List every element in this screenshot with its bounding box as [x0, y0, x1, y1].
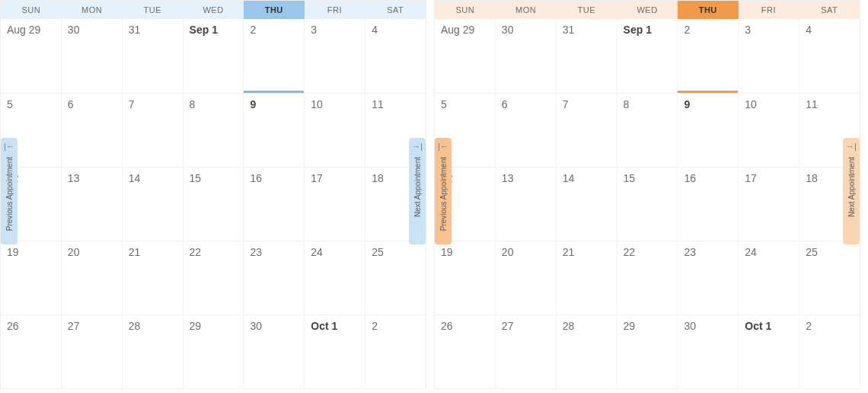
calendar-day[interactable]: 14 — [123, 168, 183, 241]
day-label: 27 — [502, 320, 514, 332]
calendar-day[interactable]: 2 — [799, 315, 860, 388]
calendar-day[interactable]: 27 — [62, 315, 123, 388]
day-label: 30 — [684, 320, 696, 332]
calendar-day[interactable]: 16 — [244, 168, 305, 241]
calendar-day[interactable]: 23 — [678, 241, 739, 315]
day-label: 27 — [68, 320, 80, 332]
calendar-day[interactable]: Sep 1 — [617, 19, 678, 93]
calendar-day[interactable]: 6 — [62, 94, 123, 167]
day-label: Sep 1 — [190, 24, 218, 36]
previous-appointment-button[interactable]: |← Previous Appointment — [435, 138, 452, 244]
calendar-day[interactable]: 31 — [123, 19, 183, 93]
day-label: 14 — [129, 172, 141, 184]
day-label: 22 — [624, 246, 636, 258]
calendar-day[interactable]: 3 — [305, 19, 365, 93]
calendar-day[interactable]: 25 — [365, 241, 426, 315]
calendar-day[interactable]: 24 — [739, 241, 799, 315]
calendar-day[interactable]: 8 — [617, 94, 678, 167]
calendar-day-today[interactable]: 2 — [244, 19, 305, 93]
calendar-day[interactable]: 13 — [496, 168, 557, 241]
day-label: 26 — [7, 320, 19, 332]
calendar-day[interactable]: 9 — [244, 94, 305, 167]
calendar-day[interactable]: 20 — [496, 241, 557, 315]
calendar-day[interactable]: 22 — [617, 241, 678, 315]
calendar-day[interactable]: 26 — [435, 315, 496, 388]
day-label: 19 — [7, 246, 19, 258]
calendar-day[interactable]: Oct 1 — [305, 315, 365, 388]
calendar-day[interactable]: 14 — [557, 168, 617, 241]
day-label: 31 — [129, 24, 141, 36]
calendar-grid: Aug 29 30 31 Sep 1 2 3 4 5 6 7 8 9 10 11… — [435, 19, 860, 388]
weekday-sat: SAT — [799, 1, 860, 19]
calendar-day[interactable]: 19 — [435, 241, 496, 315]
calendar-day[interactable]: 4 — [799, 19, 860, 93]
day-label: 20 — [68, 246, 80, 258]
day-label: 30 — [250, 320, 262, 332]
calendar-day[interactable]: 21 — [557, 241, 617, 315]
day-label: 2 — [806, 320, 812, 332]
calendar-day[interactable]: Oct 1 — [739, 315, 799, 388]
calendar-day[interactable]: 15 — [183, 168, 244, 241]
calendar-day[interactable]: Aug 29 — [435, 19, 496, 93]
calendar-day[interactable]: 25 — [799, 241, 860, 315]
calendar-day[interactable]: 6 — [496, 94, 557, 167]
day-label: 23 — [250, 246, 262, 258]
calendar-day[interactable]: 9 — [678, 94, 739, 167]
calendar-day[interactable]: 30 — [62, 19, 123, 93]
calendar-day[interactable]: 30 — [244, 315, 305, 388]
calendar-day-today[interactable]: 2 — [678, 19, 739, 93]
calendar-day[interactable]: 2 — [365, 315, 426, 388]
day-label: Sep 1 — [624, 24, 652, 36]
day-label: 5 — [441, 98, 447, 110]
calendar-day[interactable]: 29 — [183, 315, 244, 388]
calendar-day[interactable]: 30 — [496, 19, 557, 93]
day-label: 14 — [563, 172, 575, 184]
day-label: Oct 1 — [311, 320, 337, 332]
calendar-day[interactable]: 21 — [123, 241, 183, 315]
calendar-day[interactable]: 30 — [678, 315, 739, 388]
calendar-day[interactable]: 20 — [62, 241, 123, 315]
arrow-right-icon: →| — [412, 142, 423, 151]
weekday-tue: TUE — [122, 1, 183, 19]
day-label: 28 — [563, 320, 575, 332]
calendar-day[interactable]: 19 — [1, 241, 62, 315]
day-label: 11 — [372, 98, 384, 110]
calendar-day[interactable]: 24 — [305, 241, 365, 315]
calendar-day[interactable]: 7 — [557, 94, 617, 167]
calendar-day[interactable]: 17 — [739, 168, 799, 241]
calendar-day[interactable]: Aug 29 — [1, 19, 62, 93]
calendar-day[interactable]: 4 — [365, 19, 426, 93]
calendar-day[interactable]: Sep 1 — [183, 19, 244, 93]
calendar-day[interactable]: 28 — [123, 315, 183, 388]
next-appointment-button[interactable]: →| Next Appointment — [409, 138, 426, 244]
calendar-day[interactable]: 22 — [183, 241, 244, 315]
calendar-week: 5 6 7 8 9 10 11 — [1, 93, 426, 167]
calendar-week: 5 6 7 8 9 10 11 — [435, 93, 860, 167]
calendar-day[interactable]: 28 — [557, 315, 617, 388]
calendar-day[interactable]: 17 — [305, 168, 365, 241]
calendar-orange: SUN MON TUE WED THU FRI SAT Aug 29 30 31… — [434, 0, 860, 389]
calendar-day[interactable]: 26 — [1, 315, 62, 388]
previous-appointment-button[interactable]: |← Previous Appointment — [1, 138, 18, 244]
calendar-day[interactable]: 8 — [183, 94, 244, 167]
calendar-day[interactable]: 23 — [244, 241, 305, 315]
today-marker — [678, 91, 738, 93]
weekday-wed: WED — [617, 1, 678, 19]
day-label: 10 — [745, 98, 757, 110]
calendar-day[interactable]: 3 — [739, 19, 799, 93]
calendar-day[interactable]: 27 — [496, 315, 557, 388]
day-label: 11 — [806, 98, 818, 110]
calendar-day[interactable]: 31 — [557, 19, 617, 93]
next-appointment-button[interactable]: →| Next Appointment — [843, 138, 860, 244]
calendar-day[interactable]: 7 — [123, 94, 183, 167]
calendar-day[interactable]: 16 — [678, 168, 739, 241]
calendar-day[interactable]: 29 — [617, 315, 678, 388]
day-label: 15 — [190, 172, 202, 184]
weekday-tue: TUE — [556, 1, 617, 19]
calendar-day[interactable]: 10 — [305, 94, 365, 167]
calendar-day[interactable]: 10 — [739, 94, 799, 167]
calendar-day[interactable]: 15 — [617, 168, 678, 241]
calendar-day[interactable]: 13 — [62, 168, 123, 241]
weekday-mon: MON — [62, 1, 123, 19]
day-label: 13 — [68, 172, 80, 184]
